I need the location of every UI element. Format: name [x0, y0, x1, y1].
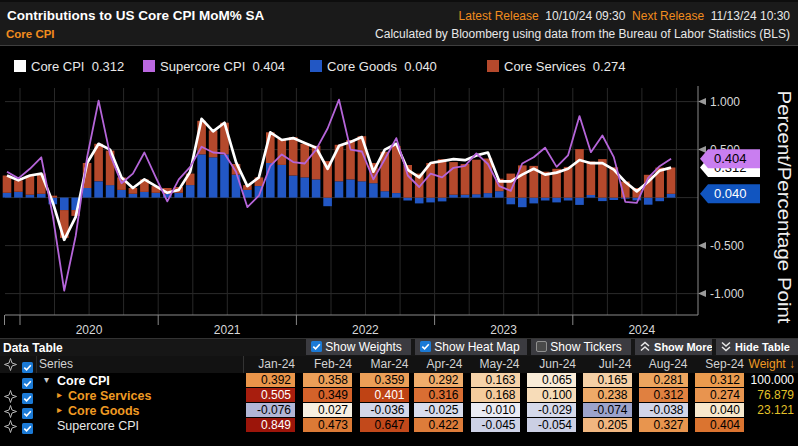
svg-text:2023: 2023	[490, 323, 517, 337]
svg-text:2022: 2022	[352, 323, 379, 337]
svg-text:2021: 2021	[214, 323, 241, 337]
svg-text:Percent/Percentage Point: Percent/Percentage Point	[774, 91, 795, 325]
svg-text:-1.000: -1.000	[710, 287, 744, 301]
svg-text:2024: 2024	[628, 323, 655, 337]
svg-text:0.040: 0.040	[714, 186, 747, 201]
svg-text:2020: 2020	[76, 323, 103, 337]
svg-text:0.404: 0.404	[714, 151, 747, 166]
svg-text:1.000: 1.000	[710, 95, 740, 109]
svg-text:-0.500: -0.500	[710, 239, 744, 253]
